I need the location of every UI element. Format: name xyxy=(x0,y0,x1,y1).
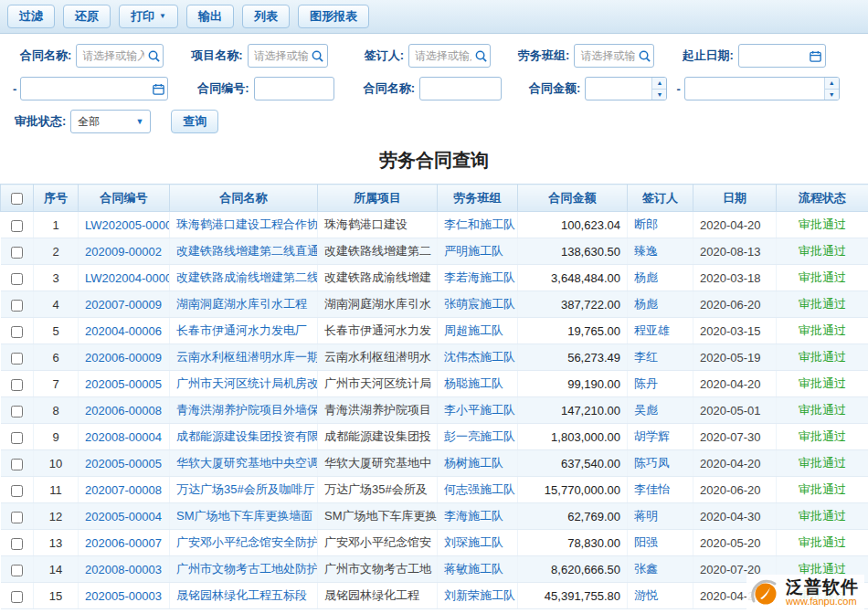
contract-name-link[interactable]: 改建铁路线增建第二线直通 xyxy=(176,244,318,258)
project-cell: 广州市天河区统计局 xyxy=(318,371,438,397)
contract-code-link[interactable]: 202004-00006 xyxy=(85,324,162,338)
column-header-no: 序号 xyxy=(34,185,79,212)
contract-name-link[interactable]: 珠海鹤港口建设工程合作协议 xyxy=(176,217,318,231)
contract-code-link[interactable]: 202008-00003 xyxy=(85,563,162,576)
row-checkbox[interactable] xyxy=(11,220,23,232)
team-cell: 杨树施工队 xyxy=(438,450,518,477)
amount-from-stepper[interactable]: ▲▼ xyxy=(651,78,666,100)
contract-name-cell: 云南水利枢纽潜明水库一期 xyxy=(170,344,318,371)
contract-name-link[interactable]: 晟铭园林绿化工程五标段 xyxy=(176,588,307,602)
watermark-brand: 泛普软件 xyxy=(786,578,859,597)
status-cell: 审批通过 xyxy=(777,503,868,530)
amount-to-input[interactable] xyxy=(684,77,840,100)
contract-code-link[interactable]: 202005-00004 xyxy=(85,510,162,523)
list-view-button[interactable]: 列表 xyxy=(242,5,290,28)
date-to-filter xyxy=(20,77,168,100)
calendar-icon[interactable] xyxy=(151,81,165,96)
table-row: 13202006-00007广安邓小平纪念馆安全防护广安邓小平纪念馆安刘琛施工队… xyxy=(1,530,868,556)
signer-cell: 李佳怡 xyxy=(628,477,693,503)
contract-no-input[interactable] xyxy=(254,77,334,100)
export-button[interactable]: 输出 xyxy=(186,5,234,28)
row-checkbox[interactable] xyxy=(11,300,23,312)
contract-code-link[interactable]: 202007-00009 xyxy=(85,298,162,312)
row-checkbox[interactable] xyxy=(11,538,23,550)
stepper-down-icon[interactable]: ▼ xyxy=(825,89,839,100)
print-button[interactable]: 打印▼ xyxy=(119,5,178,28)
contract-code-link[interactable]: 202009-00002 xyxy=(85,245,162,259)
search-icon[interactable] xyxy=(311,48,325,63)
contract-code-link[interactable]: 202006-00008 xyxy=(85,404,162,417)
filter-button[interactable]: 过滤 xyxy=(7,5,55,28)
row-checkbox[interactable] xyxy=(11,485,23,497)
row-number-cell: 9 xyxy=(34,424,79,450)
contract-code-link[interactable]: 202008-00004 xyxy=(85,430,162,444)
filter-row-1: 合同名称: 项目名称: 签订人: 劳务班组: xyxy=(7,44,861,68)
contract-name-link[interactable]: 云南水利枢纽潜明水库一期 xyxy=(176,350,318,364)
contract-name-link[interactable]: SM广场地下车库更换墙面 xyxy=(176,509,313,523)
contract-code-link[interactable]: 202005-00005 xyxy=(85,377,162,391)
contract-code-link[interactable]: 202006-00009 xyxy=(85,351,162,365)
row-checkbox[interactable] xyxy=(11,273,23,285)
date-cell: 2020-06-20 xyxy=(693,291,777,318)
table-row: 1LW202005-00001珠海鹤港口建设工程合作协议珠海鹤港口建设李仁和施工… xyxy=(1,212,868,238)
contract-name-link[interactable]: 广州市文物考古工地处防护 xyxy=(176,562,318,576)
contract-name-cell: 广州市天河区统计局机房改 xyxy=(170,371,318,397)
contract-name-link[interactable]: 长春市伊通河水力发电厂 xyxy=(176,323,307,337)
search-icon[interactable] xyxy=(146,48,161,63)
contract-name-cell: 湖南洞庭湖水库引水工程 xyxy=(170,291,318,318)
row-checkbox[interactable] xyxy=(11,432,23,444)
row-checkbox[interactable] xyxy=(11,326,23,338)
row-checkbox[interactable] xyxy=(11,379,23,391)
date-to-input[interactable] xyxy=(20,77,168,100)
row-checkbox[interactable] xyxy=(11,459,23,470)
row-checkbox[interactable] xyxy=(11,512,23,523)
labor-contract-query-page: 过滤 还原 打印▼ 输出 列表 图形报表 合同名称: 项目名称: 签订人: xyxy=(0,0,868,609)
contract-code-link[interactable]: 202006-00007 xyxy=(85,536,162,550)
contract-name-cell: 华软大厦研究基地中央空调 xyxy=(170,450,318,477)
export-button-label: 输出 xyxy=(198,8,222,25)
contract-name-cell: 珠海鹤港口建设工程合作协议 xyxy=(170,212,318,238)
project-cell: 万达广场35#会所及 xyxy=(318,477,438,503)
row-number-cell: 10 xyxy=(34,450,79,477)
contract-name-link[interactable]: 改建铁路成渝线增建第二线 xyxy=(176,270,318,284)
row-checkbox[interactable] xyxy=(11,406,23,417)
amount-to-stepper[interactable]: ▲▼ xyxy=(824,78,839,100)
query-button[interactable]: 查询 xyxy=(171,110,218,133)
contract-name-link[interactable]: 湖南洞庭湖水库引水工程 xyxy=(176,297,307,311)
approval-status-select[interactable]: 全部 ▼ xyxy=(70,110,151,133)
stepper-up-icon[interactable]: ▲ xyxy=(825,78,839,89)
contract-name-cell: 广州市文物考古工地处防护 xyxy=(170,556,318,583)
contract-code-link[interactable]: 202005-00005 xyxy=(85,457,162,470)
contract-name-link[interactable]: 广安邓小平纪念馆安全防护 xyxy=(176,535,318,549)
restore-button[interactable]: 还原 xyxy=(63,5,111,28)
project-cell: 改建铁路线增建第二 xyxy=(318,238,438,265)
row-checkbox[interactable] xyxy=(11,247,23,259)
contract-name-link[interactable]: 成都能源建设集团投资有限 xyxy=(176,429,318,443)
project-cell: 广安邓小平纪念馆安 xyxy=(318,530,438,556)
graph-report-button[interactable]: 图形报表 xyxy=(298,5,369,28)
project-cell: SM广场地下车库更换 xyxy=(318,503,438,530)
contract-code-link[interactable]: 202007-00008 xyxy=(85,483,162,497)
contract-code-link[interactable]: LW202005-00001 xyxy=(85,218,170,232)
select-all-checkbox[interactable] xyxy=(11,193,23,205)
row-checkbox[interactable] xyxy=(11,565,23,576)
row-checkbox[interactable] xyxy=(11,353,23,365)
contract-name-link[interactable]: 华软大厦研究基地中央空调 xyxy=(176,456,318,470)
row-checkbox[interactable] xyxy=(11,591,23,603)
contract-code-link[interactable]: LW202004-00001 xyxy=(85,271,170,285)
calendar-icon[interactable] xyxy=(809,48,823,63)
contract-name-link[interactable]: 青海洪湖养护院项目外墙保 xyxy=(176,403,318,417)
amount-cell: 1,803,000.00 xyxy=(518,424,628,450)
team-cell: 李小平施工队 xyxy=(438,397,518,424)
contract-name-link[interactable]: 万达广场35#会所及咖啡厅 xyxy=(176,482,315,496)
row-select-cell xyxy=(1,238,34,265)
contract-name-link[interactable]: 广州市天河区统计局机房改 xyxy=(176,376,318,390)
search-icon[interactable] xyxy=(473,48,488,63)
stepper-up-icon[interactable]: ▲ xyxy=(652,78,666,89)
stepper-down-icon[interactable]: ▼ xyxy=(652,89,666,100)
row-number-cell: 5 xyxy=(34,318,79,344)
contract-code-cell: 202006-00008 xyxy=(79,397,170,424)
contract-name2-input[interactable] xyxy=(419,77,502,100)
contract-code-link[interactable]: 202005-00003 xyxy=(85,589,162,603)
search-icon[interactable] xyxy=(637,48,651,63)
